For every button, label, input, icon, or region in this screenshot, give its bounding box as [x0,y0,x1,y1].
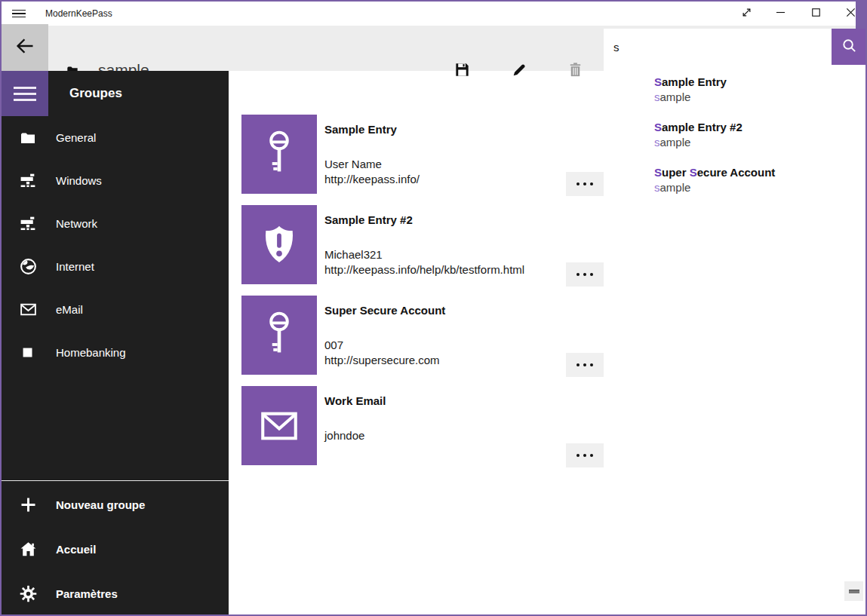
entry-detail: Michael321 [324,247,604,262]
entry-detail: 007 [324,338,604,353]
search-result[interactable]: Sample Entrysample [654,75,865,120]
entry-text: Super Secure Account007http://supersecur… [324,303,604,368]
minimize-icon [773,5,788,23]
entry-tile[interactable] [241,296,317,375]
entry-row[interactable]: Sample Entry #2Michael321http://keepass.… [241,205,604,296]
search-result-title: Sample Entry #2 [654,120,865,135]
sidebar-item-windows[interactable]: Windows [2,159,229,202]
groups-header: Groupes [69,71,122,116]
plus-icon [18,495,38,515]
sidebar-item-param-tres[interactable]: Paramètres [2,572,229,616]
gear-icon [18,584,38,604]
search-result-subtitle: sample [654,135,865,150]
zoom-out-button[interactable] [844,581,863,601]
entry-detail: User Name [324,157,604,172]
sidebar-item-accueil[interactable]: Accueil [2,527,229,572]
entry-title: Sample Entry #2 [324,213,604,228]
mail-icon [257,404,301,448]
more-button[interactable] [566,262,604,287]
more-button[interactable] [566,353,604,377]
entry-tile[interactable] [241,386,317,465]
search-result-title: Super Secure Account [654,165,865,180]
navigation-pane: Groupes GeneralWindowsNetworkInterneteMa… [2,71,229,614]
accent-corner [856,2,865,29]
network-icon [18,214,38,234]
sidebar-item-network[interactable]: Network [2,202,229,245]
globe-icon [19,257,38,276]
save-icon [453,61,471,81]
group-list: GeneralWindowsNetworkInterneteMailHomeba… [2,116,229,374]
delete-button[interactable] [564,60,586,81]
entry-text: Sample EntryUser Namehttp://keepass.info… [324,122,604,187]
sidebar-item-nouveau-groupe[interactable]: Nouveau groupe [2,483,229,527]
menu-icon[interactable] [12,7,26,20]
search-results-list: Sample EntrysampleSample Entry #2sampleS… [654,75,865,210]
home-icon [18,540,38,559]
entry-row[interactable]: Work Emailjohndoe [241,386,604,477]
title-bar: ModernKeePass [2,2,865,26]
entry-detail: http://keepass.info/help/kb/testform.htm… [324,262,604,277]
entry-text: Sample Entry #2Michael321http://keepass.… [324,213,604,277]
sidebar-item-label: Paramètres [56,587,118,600]
entry-row[interactable]: Super Secure Account007http://supersecur… [241,296,604,386]
sidebar-item-internet[interactable]: Internet [2,245,229,288]
entry-tile[interactable] [241,205,317,284]
fullscreen-icon [739,5,754,23]
search-button[interactable] [832,29,867,65]
maximize-icon [809,5,823,23]
entry-title: Super Secure Account [324,303,604,318]
sidebar-item-label: General [56,131,96,144]
app-title: ModernKeePass [45,8,112,19]
more-button[interactable] [566,172,604,196]
entry-text: Work Emailjohndoe [324,394,604,443]
sidebar-item-label: Homebanking [56,346,126,359]
sidebar-item-email[interactable]: eMail [2,288,229,331]
entry-row[interactable]: Sample EntryUser Namehttp://keepass.info… [241,115,604,205]
plus-icon [18,495,38,515]
sidebar-item-general[interactable]: General [2,116,229,159]
search-result-subtitle: sample [654,180,865,195]
sidebar-item-label: Nouveau groupe [56,498,145,511]
search-icon [841,37,858,57]
hamburger-icon [14,87,36,101]
square-icon [20,345,36,361]
network-icon [19,214,38,233]
sidebar-footer: Nouveau groupeAccueilParamètres [2,483,229,616]
more-button[interactable] [566,443,604,467]
edit-icon [511,61,528,81]
edit-button[interactable] [509,60,530,81]
mail-outline-icon [18,300,38,320]
search-result-title: Sample Entry [654,75,865,90]
delete-icon [567,61,584,81]
folder-icon [18,128,38,148]
save-button[interactable] [451,60,472,81]
search-result[interactable]: Super Secure Accountsample [654,165,865,210]
folder-icon [19,129,37,147]
back-arrow-icon [14,35,35,60]
sidebar-item-homebanking[interactable]: Homebanking [2,331,229,374]
entry-detail: johndoe [324,428,604,443]
entry-detail: http://supersecure.com [324,353,604,368]
search-suggestions-panel: Sample EntrysampleSample Entry #2sampleS… [604,65,865,614]
fullscreen-button[interactable] [730,2,763,26]
mail-outline-icon [19,300,38,319]
back-button[interactable] [2,24,48,71]
entry-list: Sample EntryUser Namehttp://keepass.info… [241,115,604,477]
sidebar-item-label: Network [56,217,97,230]
sidebar-item-label: eMail [56,303,83,316]
minimize-button[interactable] [764,2,797,26]
sidebar-item-label: Internet [56,260,94,273]
entry-detail: http://keepass.info/ [324,172,604,187]
search-input[interactable] [604,29,832,65]
search-result[interactable]: Sample Entry #2sample [654,120,865,165]
app-window: ModernKeePass sample [0,0,867,616]
sidebar-divider [2,480,229,481]
network-icon [19,171,38,190]
search-result-subtitle: sample [654,90,865,105]
square-icon [18,343,38,363]
maximize-button[interactable] [799,2,832,26]
hamburger-button[interactable] [2,71,48,116]
minus-icon [849,590,859,593]
sidebar-item-label: Accueil [56,543,96,556]
entry-tile[interactable] [241,115,317,194]
